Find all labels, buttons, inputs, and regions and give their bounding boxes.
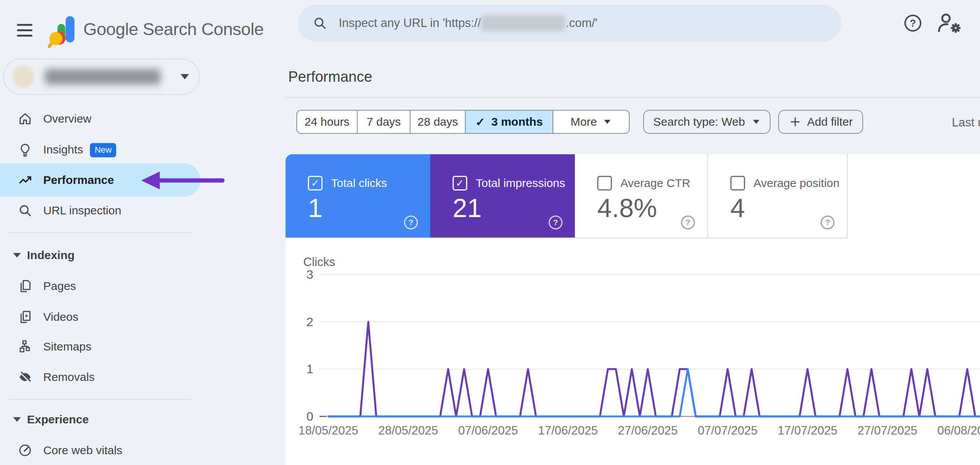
search-icon xyxy=(313,16,327,30)
trending-up-icon xyxy=(18,173,32,187)
help-icon[interactable]: ? xyxy=(821,216,835,229)
sidebar-section-indexing[interactable]: Indexing xyxy=(0,246,201,264)
tab-28-days[interactable]: 28 days xyxy=(410,111,465,133)
sidebar-item-url-inspection[interactable]: URL inspection xyxy=(0,202,201,219)
svg-text:0: 0 xyxy=(306,409,313,423)
sidebar-item-pages[interactable]: Pages xyxy=(0,277,201,295)
sidebar-item-overview[interactable]: Overview xyxy=(0,110,201,128)
average-position-card[interactable]: Average position 4 ? xyxy=(708,154,848,238)
help-icon[interactable]: ? xyxy=(681,216,695,229)
search-icon xyxy=(18,203,32,218)
chevron-down-icon xyxy=(13,417,21,422)
svg-text:Clicks: Clicks xyxy=(303,255,335,269)
eye-off-icon xyxy=(18,370,32,384)
plus-icon xyxy=(789,115,802,128)
metric-value: 4.8% xyxy=(597,193,657,223)
svg-text:2: 2 xyxy=(306,315,313,329)
speedometer-icon xyxy=(18,443,32,458)
search-input[interactable]: Inspect any URL in 'https://.com/' xyxy=(339,15,597,31)
new-badge: New xyxy=(90,143,116,157)
checkbox-checked-icon[interactable]: ✓ xyxy=(453,176,467,190)
url-inspect-search-bar[interactable]: Inspect any URL in 'https://.com/' xyxy=(298,5,841,42)
sidebar-divider xyxy=(9,399,191,400)
svg-text:18/05/2025: 18/05/2025 xyxy=(298,424,358,437)
svg-text:1: 1 xyxy=(306,362,313,376)
page-title: Performance xyxy=(288,69,372,85)
svg-text:07/06/2025: 07/06/2025 xyxy=(458,424,518,437)
svg-text:27/07/2025: 27/07/2025 xyxy=(857,424,917,437)
sidebar-item-removals[interactable]: Removals xyxy=(0,368,201,386)
divider xyxy=(286,97,980,98)
tab-7-days[interactable]: 7 days xyxy=(357,111,410,133)
help-icon[interactable]: ? xyxy=(549,216,563,229)
chevron-down-icon xyxy=(181,74,189,79)
chevron-down-icon xyxy=(13,253,21,258)
chart-canvas: Clicks012318/05/202528/05/202507/06/2025… xyxy=(286,254,980,465)
check-icon: ✓ xyxy=(475,115,485,129)
sidebar-section-experience[interactable]: Experience xyxy=(0,411,201,428)
performance-line-chart: Clicks012318/05/202528/05/202507/06/2025… xyxy=(286,254,980,465)
svg-text:07/07/2025: 07/07/2025 xyxy=(698,424,757,437)
svg-text:28/05/2025: 28/05/2025 xyxy=(378,424,438,437)
divider xyxy=(286,238,848,238)
metric-value: 21 xyxy=(453,193,482,223)
svg-text:3: 3 xyxy=(306,268,313,281)
chevron-down-icon xyxy=(604,120,611,124)
tab-3-months-selected[interactable]: ✓ 3 months xyxy=(465,111,553,133)
add-filter-button[interactable]: Add filter xyxy=(778,110,863,134)
user-settings-icon[interactable] xyxy=(937,12,964,35)
lightbulb-icon xyxy=(18,143,32,157)
video-pages-icon xyxy=(18,310,32,324)
search-type-dropdown[interactable]: Search type: Web xyxy=(643,110,770,134)
total-impressions-card[interactable]: ✓ Total impressions 21 ? xyxy=(430,154,575,238)
svg-text:27/06/2025: 27/06/2025 xyxy=(618,424,678,437)
property-avatar xyxy=(12,66,35,88)
svg-text:17/07/2025: 17/07/2025 xyxy=(777,424,837,437)
sidebar-item-core-web-vitals[interactable]: Core web vitals xyxy=(0,441,201,459)
sidebar-item-videos[interactable]: Videos xyxy=(0,308,201,326)
chevron-down-icon xyxy=(753,120,760,124)
redacted-domain xyxy=(481,15,565,31)
svg-text:17/06/2025: 17/06/2025 xyxy=(538,424,598,437)
metric-value: 1 xyxy=(308,193,323,223)
home-icon xyxy=(18,111,32,126)
help-icon[interactable]: ? xyxy=(404,216,418,229)
menu-icon[interactable] xyxy=(17,24,32,38)
checkbox-unchecked-icon[interactable] xyxy=(597,176,612,190)
svg-text:06/08/2025: 06/08/2025 xyxy=(937,424,980,437)
redacted-property-name xyxy=(45,69,161,84)
help-icon[interactable]: ? xyxy=(904,15,921,32)
tab-more[interactable]: More xyxy=(553,111,629,133)
tab-24-hours[interactable]: 24 hours xyxy=(297,111,357,133)
sidebar-item-sitemaps[interactable]: Sitemaps xyxy=(0,338,201,355)
property-selector[interactable] xyxy=(3,59,200,95)
last-updated-text: Last u xyxy=(952,116,980,130)
pages-icon xyxy=(18,279,32,293)
sidebar-divider xyxy=(9,232,191,233)
average-ctr-card[interactable]: Average CTR 4.8% ? xyxy=(575,154,708,238)
date-range-tabs: 24 hours 7 days 28 days ✓ 3 months More xyxy=(296,110,630,134)
metric-value: 4 xyxy=(730,193,745,223)
sidebar-item-insights[interactable]: InsightsNew xyxy=(0,141,201,159)
search-console-logo-icon xyxy=(48,15,75,51)
google-search-console-app: { "topbar": { "product_name": "Google Se… xyxy=(0,0,980,465)
checkbox-checked-icon[interactable]: ✓ xyxy=(308,176,323,190)
product-title: Google Search Console xyxy=(83,19,264,39)
checkbox-unchecked-icon[interactable] xyxy=(730,176,745,190)
total-clicks-card[interactable]: ✓ Total clicks 1 ? xyxy=(286,154,430,238)
sidebar-item-performance[interactable]: Performance xyxy=(0,171,201,189)
sitemap-tree-icon xyxy=(18,339,32,354)
